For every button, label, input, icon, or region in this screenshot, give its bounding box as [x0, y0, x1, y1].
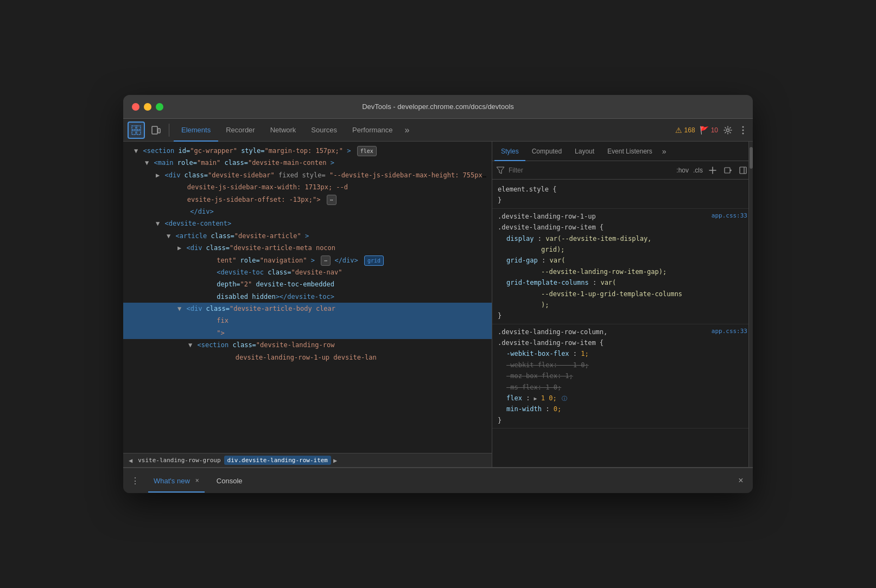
grid-badge: grid — [364, 255, 384, 266]
css-prop-line: -moz-box-flex: 1; — [498, 370, 747, 381]
filter-input[interactable] — [509, 167, 672, 174]
devtools-body: ▼ <section id="gc-wrapper" style="margin… — [123, 142, 753, 467]
html-line: ▼ <main role="main" class="devsite-main-… — [123, 157, 492, 169]
minimize-dot[interactable] — [144, 103, 151, 111]
tab-performance[interactable]: Performance — [345, 119, 400, 142]
settings-button[interactable] — [722, 125, 733, 136]
css-selector2: .devsite-landing-row-item { — [498, 223, 604, 231]
tab-network[interactable]: Network — [263, 119, 304, 142]
html-line: disabled hidden></devsite-toc> — [123, 291, 492, 303]
svg-rect-0 — [132, 126, 136, 130]
tab-more-button[interactable]: » — [400, 125, 414, 135]
breadcrumb-item-1[interactable]: vsite-landing-row-group — [135, 456, 224, 465]
html-line: depth="2" devsite-toc-embedded — [123, 278, 492, 290]
css-prop-line: grid-gap : var( — [498, 255, 747, 266]
elements-tree[interactable]: ▼ <section id="gc-wrapper" style="margin… — [123, 142, 492, 453]
new-style-rule-btn[interactable] — [722, 165, 733, 176]
window-controls — [132, 103, 163, 111]
drawer-menu-button[interactable]: ⋮ — [129, 474, 142, 487]
css-selector: .devsite-landing-row-column, — [498, 328, 607, 336]
svg-point-6 — [727, 129, 729, 131]
more-options-button[interactable] — [738, 125, 748, 136]
breadcrumb-back[interactable]: ◀ — [129, 457, 132, 464]
ellipsis-badge3: ⋯ — [321, 255, 331, 266]
device-toggle-button[interactable] — [147, 122, 164, 139]
css-rule-element-style: element.style { } — [492, 182, 753, 209]
css-file-ref2[interactable]: app.css:33 — [712, 327, 747, 337]
expand-icon[interactable]: ▼ — [188, 341, 192, 349]
flex-expand[interactable]: ▶ — [534, 395, 537, 401]
svg-rect-2 — [137, 126, 141, 130]
css-file-ref[interactable]: app.css:33 — [712, 211, 747, 221]
css-close-brace: } — [498, 196, 502, 204]
devtools-toolbar: Elements Recorder Network Sources Perfor… — [123, 119, 753, 142]
css-prop-line: --devsite-1-up-grid-template-columns — [498, 289, 747, 299]
html-line: </div> — [123, 206, 492, 218]
html-line: ▼ <section class="devsite-landing-row — [123, 339, 492, 351]
tab-computed[interactable]: Computed — [525, 142, 568, 161]
flex-badge: flex — [357, 146, 377, 156]
tab-layout[interactable]: Layout — [568, 142, 601, 161]
tab-styles[interactable]: Styles — [494, 142, 525, 161]
html-line: tent" role="navigation" > ⋯ </div> grid — [123, 254, 492, 266]
elements-panel: ▼ <section id="gc-wrapper" style="margin… — [123, 142, 492, 467]
drawer-tab-close[interactable]: × — [195, 477, 199, 484]
css-prop-line: grid-template-columns : var( — [498, 277, 747, 288]
css-selector: .devsite-landing-row-1-up — [498, 213, 596, 220]
tab-event-listeners[interactable]: Event Listeners — [601, 142, 659, 161]
css-rules: element.style { } .devsite-landing-row-1… — [492, 180, 753, 467]
error-icon: 🚩 — [700, 126, 709, 135]
html-line: ▼ <section id="gc-wrapper" style="margin… — [123, 145, 492, 157]
html-line: devsite-landing-row-1-up devsite-lan — [123, 351, 492, 363]
ellipsis-badge2: ⋯ — [327, 195, 337, 205]
svg-rect-5 — [158, 129, 160, 133]
maximize-dot[interactable] — [156, 103, 163, 111]
toggle-sidebar-btn[interactable] — [738, 165, 748, 176]
tab-elements[interactable]: Elements — [174, 119, 218, 142]
html-line-selected: ▼ <div class="devsite-article-body clear — [123, 303, 492, 315]
expand-icon[interactable]: ▶ — [156, 171, 160, 179]
expand-icon[interactable]: ▼ — [177, 305, 181, 312]
expand-icon[interactable]: ▼ — [134, 147, 138, 155]
breadcrumb-item-2[interactable]: div.devsite-landing-row-item — [224, 456, 331, 465]
drawer-tab-console[interactable]: Console — [211, 475, 248, 487]
tab-sources[interactable]: Sources — [303, 119, 345, 142]
expand-icon[interactable]: ▼ — [156, 220, 160, 227]
svg-rect-1 — [132, 131, 136, 135]
expand-icon[interactable]: ▼ — [145, 159, 149, 167]
add-style-btn[interactable] — [707, 165, 718, 176]
expand-icon[interactable]: ▼ — [167, 232, 170, 240]
drawer-tab-whats-new[interactable]: What's new × — [148, 475, 205, 487]
html-line: evsite-js-sidebar-offset: -13px;"> ⋯ — [123, 194, 492, 206]
css-selector2: .devsite-landing-row-item { — [498, 339, 604, 347]
css-close-brace: } — [498, 312, 502, 319]
html-line: <devsite-toc class="devsite-nav" — [123, 266, 492, 278]
css-prop-line: -webkit-box-flex : 1; — [498, 348, 747, 359]
errors-badge[interactable]: 🚩 10 — [700, 126, 718, 135]
tab-recorder[interactable]: Recorder — [218, 119, 262, 142]
pseudo-cls-btn[interactable]: .cls — [693, 167, 703, 174]
expand-icon[interactable]: ▶ — [177, 244, 181, 252]
flex-info-icon[interactable]: ⓘ — [562, 395, 567, 401]
close-dot[interactable] — [132, 103, 139, 111]
css-prop-line: grid); — [498, 244, 747, 255]
warning-icon: ⚠ — [675, 126, 682, 135]
css-prop-line: flex : ▶ 1 0; ⓘ — [498, 393, 747, 404]
warnings-badge[interactable]: ⚠ 168 — [675, 126, 695, 135]
pseudo-hover-btn[interactable]: :hov — [676, 167, 689, 174]
breadcrumb-forward[interactable]: ▶ — [333, 457, 337, 464]
css-selector: element.style { — [498, 186, 556, 193]
window-title: DevTools - developer.chrome.com/docs/dev… — [362, 103, 514, 111]
drawer-close-button[interactable]: × — [734, 474, 747, 487]
css-rule-landing-row: .devsite-landing-row-1-up app.css:33 .de… — [492, 209, 753, 324]
css-rule-landing-column: .devsite-landing-row-column, app.css:33 … — [492, 324, 753, 429]
filter-bar: :hov .cls — [492, 161, 753, 180]
breadcrumb: ◀ vsite-landing-row-group div.devsite-la… — [123, 453, 492, 467]
svg-rect-3 — [137, 131, 141, 135]
tab-navigation: Elements Recorder Network Sources Perfor… — [174, 119, 673, 142]
styles-tabs-more[interactable]: » — [659, 147, 670, 156]
inspect-element-button[interactable] — [128, 122, 145, 139]
styles-tabs: Styles Computed Layout Event Listeners » — [492, 142, 753, 161]
bottom-drawer: ⋮ What's new × Console × — [123, 467, 753, 493]
html-line: fix — [123, 315, 492, 327]
